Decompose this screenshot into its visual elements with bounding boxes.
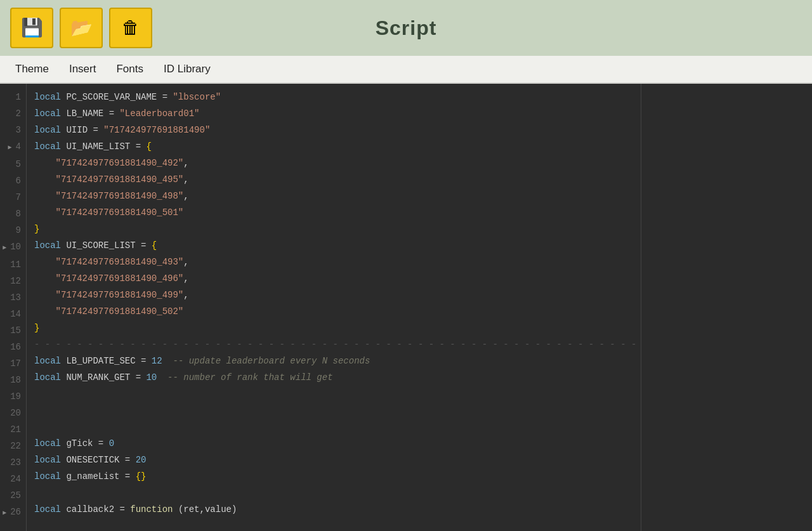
toolbar: 💾 📂 🗑 Script	[0, 0, 812, 56]
right-panel	[641, 84, 812, 531]
insert-menu[interactable]: Insert	[59, 58, 107, 81]
line-num-24: 24	[0, 471, 26, 487]
code-line-15: }	[34, 320, 641, 336]
code-line-21	[34, 419, 641, 435]
code-line-1: local PC_SCORE_VAR_NAME = "lbscore"	[34, 89, 641, 105]
line-num-11: 11	[0, 256, 26, 273]
line-num-25: 25	[0, 487, 26, 504]
line-num-18: 18	[0, 372, 26, 388]
code-line-22: local gTick = 0	[34, 435, 641, 452]
id-library-menu[interactable]: ID Library	[154, 58, 221, 81]
line-num-3: 3	[0, 122, 26, 138]
line-num-4: 4	[0, 138, 26, 156]
line-num-9: 9	[0, 222, 26, 239]
line-num-14: 14	[0, 306, 26, 322]
code-line-4: local UI_NAME_LIST = {	[34, 138, 641, 155]
code-line-5: "717424977691881490_492",	[34, 155, 641, 171]
code-line-18: local NUM_RANK_GET = 10 -- number of ran…	[34, 369, 641, 386]
delete-button[interactable]: 🗑	[109, 8, 152, 48]
code-line-20	[34, 402, 641, 419]
line-num-19: 19	[0, 388, 26, 405]
code-line-13: "717424977691881490_499",	[34, 287, 641, 303]
line-num-12: 12	[0, 273, 26, 289]
line-num-6: 6	[0, 173, 26, 189]
line-num-21: 21	[0, 421, 26, 438]
line-num-2: 2	[0, 105, 26, 122]
code-line-14: "717424977691881490_502"	[34, 303, 641, 320]
code-line-9: }	[34, 221, 641, 237]
code-line-16: - - - - - - - - - - - - - - - - - - - - …	[34, 336, 641, 353]
code-line-23: local ONESECTICK = 20	[34, 452, 641, 468]
save-button[interactable]: 💾	[10, 8, 53, 48]
line-num-26: 26	[0, 504, 26, 521]
code-line-3: local UIID = "717424977691881490"	[34, 122, 641, 138]
code-content[interactable]: local PC_SCORE_VAR_NAME = "lbscore" loca…	[27, 84, 641, 531]
line-num-8: 8	[0, 206, 26, 222]
open-button[interactable]: 📂	[60, 8, 103, 48]
code-line-8: "717424977691881490_501"	[34, 204, 641, 221]
code-line-6: "717424977691881490_495",	[34, 171, 641, 188]
line-num-7: 7	[0, 189, 26, 206]
code-line-17: local LB_UPDATE_SEC = 12 -- update leade…	[34, 353, 641, 369]
code-line-24: local g_nameList = {}	[34, 468, 641, 485]
code-line-7: "717424977691881490_498",	[34, 188, 641, 204]
line-num-15: 15	[0, 322, 26, 339]
line-num-1: 1	[0, 89, 26, 105]
line-num-23: 23	[0, 454, 26, 471]
code-line-11: "717424977691881490_493",	[34, 254, 641, 270]
code-area: 1 2 3 4 5 6 7 8 9 10 11 12 13 14 15 16 1…	[0, 84, 812, 531]
menubar: Theme Insert Fonts ID Library	[0, 56, 812, 84]
code-line-19	[34, 386, 641, 402]
theme-menu[interactable]: Theme	[5, 58, 59, 81]
line-numbers: 1 2 3 4 5 6 7 8 9 10 11 12 13 14 15 16 1…	[0, 84, 27, 531]
code-line-26: local callback2 = function (ret,value)	[34, 501, 641, 518]
code-line-10: local UI_SCORE_LIST = {	[34, 237, 641, 254]
line-num-13: 13	[0, 289, 26, 306]
code-line-25	[34, 485, 641, 501]
line-num-22: 22	[0, 438, 26, 454]
line-num-5: 5	[0, 156, 26, 173]
code-line-12: "717424977691881490_496",	[34, 270, 641, 287]
line-num-20: 20	[0, 405, 26, 421]
line-num-17: 17	[0, 355, 26, 372]
line-num-16: 16	[0, 339, 26, 355]
fonts-menu[interactable]: Fonts	[106, 58, 154, 81]
line-num-10: 10	[0, 239, 26, 256]
code-line-2: local LB_NAME = "Leaderboard01"	[34, 105, 641, 122]
